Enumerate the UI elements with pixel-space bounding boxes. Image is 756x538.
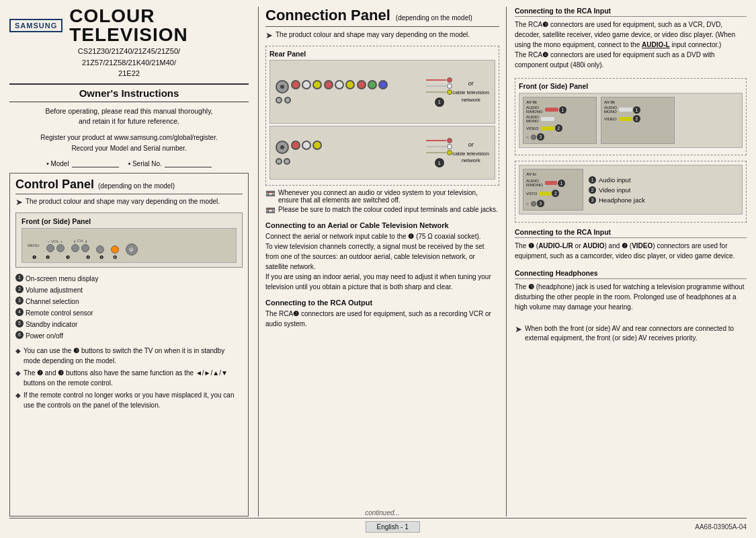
legend-item-1: 1 Audio input: [589, 176, 645, 184]
rca-white-port: [302, 80, 311, 89]
ch-down-btn: [71, 244, 79, 252]
diamond-icon: ◆: [15, 368, 21, 388]
or-text2: or: [468, 141, 474, 148]
front-side-panel-box: Front (or Side) Panel AV IN AUDIOR/MONO …: [515, 78, 747, 155]
item-3-label: Channel selection: [26, 296, 79, 307]
owners-instructions-title: Owner's Instructions: [9, 83, 249, 102]
small-port: [276, 97, 282, 104]
continued-text: continued...: [265, 506, 499, 516]
list-item: ◆ You can use the ❸ buttons to switch th…: [15, 346, 243, 366]
model-serial-line: • Model • Serial No.: [9, 159, 249, 167]
tape-icon: 📼: [265, 189, 276, 204]
priority-note: ➤ When both the front (or side) AV and r…: [515, 324, 747, 343]
rca-blue-port: [378, 80, 388, 89]
video-plug: [541, 126, 554, 130]
rca-r: [291, 141, 300, 150]
cable-white2: [447, 144, 452, 149]
rca-red-port2: [324, 80, 333, 89]
front-panel-diagram: AV IN AUDIOR/MONO 1 AUDIOMONO: [519, 93, 743, 148]
audio-plug-r: [545, 108, 558, 112]
serial-field[interactable]: [165, 159, 212, 167]
or-text: or: [468, 80, 474, 87]
num-1: 1: [435, 98, 444, 107]
audio-plug-r2: [619, 108, 632, 112]
tape-note-1: 📼 Whenever you connect an audio or video…: [265, 189, 499, 204]
list-item: 1 On-screen menu display: [15, 273, 243, 284]
arrow-icon2: ➤: [515, 323, 522, 343]
samsung-logo: SAMSUNG: [9, 19, 62, 32]
front-panel-title: Front (or Side) Panel: [22, 217, 237, 225]
audio-plug-l: [541, 117, 554, 121]
rca-input-top-body: The RCA❸ connectors are used for equipme…: [515, 20, 747, 70]
connection-panel-title: Connection Panel (depending on the model…: [265, 7, 499, 24]
item-5-label: Standby indicator: [26, 319, 77, 330]
rca-red-port: [291, 80, 300, 89]
rca-input-bottom-title: Connecting to the RCA Input: [515, 228, 747, 238]
ch-up-btn: [81, 244, 89, 252]
brand-name: SAMSUNG: [9, 19, 62, 32]
tape-note-2: 📼 Please be sure to match the colour cod…: [265, 206, 499, 215]
headphones-body: The ❸ (headphone) jack is used for watch…: [515, 282, 747, 312]
list-item: ◆ If the remote control no longer works …: [15, 390, 243, 410]
legend-item-3: 3 Headphone jack: [589, 196, 645, 204]
rear-panel-diagram-1: 1 or cable television network: [269, 60, 495, 124]
vol-up-btn: [56, 244, 65, 252]
rca-red-port3: [357, 80, 366, 89]
legend-item-2: 2 Video input: [589, 186, 645, 194]
small-port3: [276, 158, 282, 165]
av-in-lower-box: AV In AUDIOR/MONO 1 VSTO: [515, 161, 747, 223]
cable-white: [447, 83, 452, 89]
list-item: 4 Remote control sensor: [15, 307, 243, 319]
aerial-body: Connect the aerial or network input cabl…: [265, 231, 499, 292]
control-panel-note: ➤ The product colour and shape may vary …: [15, 197, 243, 208]
tape-icon2: 📼: [265, 206, 276, 215]
front-side-panel-title: Front (or Side) Panel: [519, 82, 743, 90]
intro-text: Before operating, please read this manua…: [9, 106, 249, 128]
cable-red2: [447, 138, 452, 143]
footer: English - 1 AA68-03905A-04: [9, 518, 747, 533]
list-item: 5 Standby indicator: [15, 319, 243, 330]
rca-y: [312, 141, 322, 150]
product-code: AA68-03905A-04: [695, 523, 747, 531]
bullet-1: You can use the ❸ buttons to switch the …: [24, 346, 243, 366]
rca-white-port2: [335, 80, 344, 89]
control-panel-title: Control Panel: [15, 178, 94, 192]
rear-panel-diagram-2: 1 or cable televisionnetwork: [269, 126, 495, 180]
bullet-2: The ❷ and ❸ buttons also have the same f…: [24, 368, 243, 388]
arrow-icon: ➤: [265, 30, 273, 42]
cable-yellow: [447, 89, 452, 95]
cable-red: [447, 77, 452, 83]
model-numbers: CS21Z30/21Z40/21Z45/21Z50/ 21Z57/21Z58/2…: [9, 46, 249, 79]
sensor-btn: [96, 245, 104, 254]
item-2-label: Volume adjustment: [26, 284, 83, 296]
diamond-icon: ◆: [15, 390, 21, 410]
control-panel-diagram: MENU – VOL +: [22, 228, 237, 263]
rca-yellow-port: [312, 80, 322, 89]
headphone-jack2: [531, 201, 536, 206]
list-item: 2 Volume adjustment: [15, 284, 243, 296]
video-plug2: [619, 117, 632, 121]
list-item: ◆ The ❷ and ❸ buttons also have the same…: [15, 368, 243, 388]
cable-tv-label: cable television network: [452, 89, 489, 104]
connection-panel-header: Connection Panel (depending on the model…: [265, 7, 499, 27]
right-column: Connecting to the RCA Input The RCA❸ con…: [507, 7, 747, 516]
rear-panel-title: Rear Panel: [269, 50, 495, 58]
headphones-title: Connecting Headphones: [515, 269, 747, 279]
model-field[interactable]: [72, 159, 119, 167]
item-6-label: Power on/off: [26, 330, 63, 342]
serial-label: • Serial No.: [128, 160, 162, 167]
aerial-title: Connecting to an Aerial or Cable Televis…: [265, 221, 499, 229]
item-4-label: Remote control sensor: [26, 307, 93, 319]
control-panel-header: Control Panel (depending on the model): [15, 178, 243, 194]
lower-left-panel: AV In AUDIOR/MONO 1 VSTO: [523, 169, 583, 210]
panel-side-right: AV IN AUDIOMONO 1 VIDEO: [601, 97, 675, 144]
item-1-label: On-screen menu display: [26, 273, 98, 284]
coax-port2: [276, 141, 289, 154]
rca-w: [302, 141, 311, 150]
brand-header: SAMSUNG COLOUR TELEVISION: [9, 7, 249, 44]
rca-input-bottom-body: The ❶ (AUDIO-L/R or AUDIO) and ❷ (VIDEO)…: [515, 241, 747, 261]
rca-yellow-port2: [345, 80, 355, 89]
standby-btn: [111, 245, 119, 254]
cable-tv-label2: cable televisionnetwork: [452, 151, 489, 165]
headphone-jack: [531, 134, 536, 140]
